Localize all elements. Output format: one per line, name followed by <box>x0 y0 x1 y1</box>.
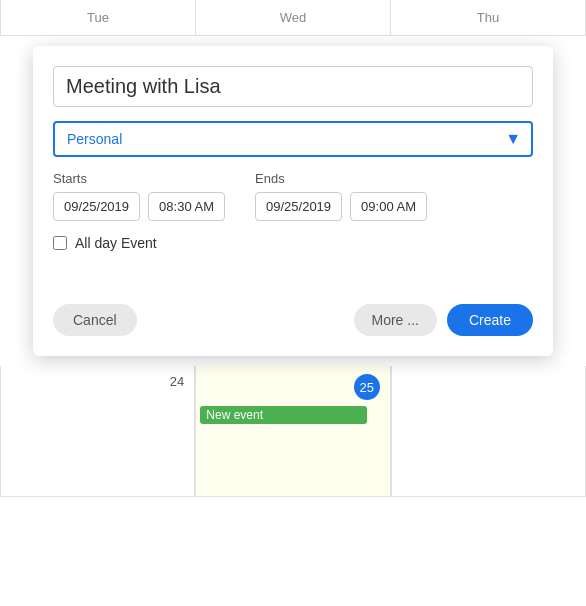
calendar-header: Tue Wed Thu <box>0 0 586 36</box>
ends-label: Ends <box>255 171 427 186</box>
allday-label: All day Event <box>75 235 157 251</box>
header-wed: Wed <box>196 0 391 35</box>
buttons-row: Cancel More ... Create <box>53 304 533 336</box>
more-button[interactable]: More ... <box>354 304 437 336</box>
starts-date-field[interactable]: 09/25/2019 <box>53 192 140 221</box>
ends-group: Ends 09/25/2019 09:00 AM <box>255 171 427 221</box>
header-thu: Thu <box>391 0 586 35</box>
create-button[interactable]: Create <box>447 304 533 336</box>
datetime-row: Starts 09/25/2019 08:30 AM Ends 09/25/20… <box>53 171 533 221</box>
starts-time-field[interactable]: 08:30 AM <box>148 192 225 221</box>
ends-time-field[interactable]: 09:00 AM <box>350 192 427 221</box>
category-select[interactable]: Personal Work Family Holiday <box>53 121 533 157</box>
starts-inputs: 09/25/2019 08:30 AM <box>53 192 225 221</box>
cancel-button[interactable]: Cancel <box>53 304 137 336</box>
allday-checkbox[interactable] <box>53 236 67 250</box>
ends-date-field[interactable]: 09/25/2019 <box>255 192 342 221</box>
event-popup-overlay: Personal Work Family Holiday ▼ Starts 09… <box>0 36 586 497</box>
event-popup: Personal Work Family Holiday ▼ Starts 09… <box>33 46 553 356</box>
allday-row: All day Event <box>53 235 533 251</box>
category-select-wrapper: Personal Work Family Holiday ▼ <box>53 121 533 157</box>
right-buttons: More ... Create <box>354 304 534 336</box>
starts-label: Starts <box>53 171 225 186</box>
ends-inputs: 09/25/2019 09:00 AM <box>255 192 427 221</box>
starts-group: Starts 09/25/2019 08:30 AM <box>53 171 225 221</box>
header-tue: Tue <box>0 0 196 35</box>
calendar-body: Personal Work Family Holiday ▼ Starts 09… <box>0 36 586 497</box>
event-title-input[interactable] <box>53 66 533 107</box>
